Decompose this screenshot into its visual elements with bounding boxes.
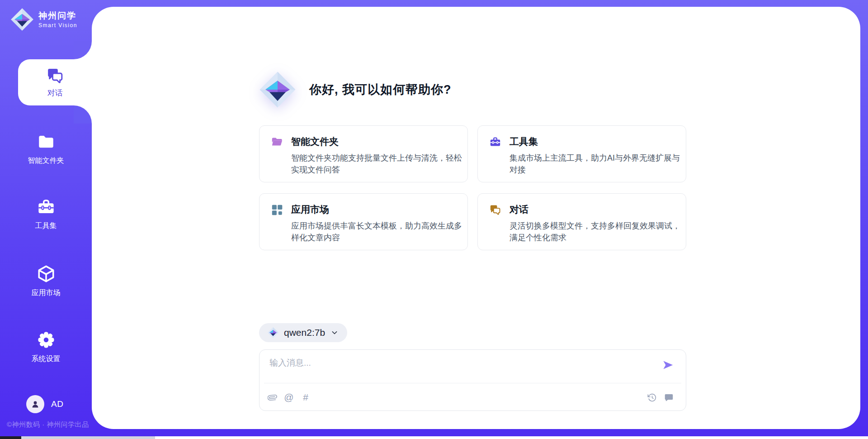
folder-open-icon	[271, 136, 283, 148]
user-block[interactable]: AD	[26, 395, 63, 413]
brand-subtitle: Smart Vision	[38, 22, 77, 29]
card-description: 应用市场提供丰富长文本模板，助力高效生成多样化文章内容	[291, 220, 464, 243]
active-tab-top-curve	[74, 41, 92, 59]
card-body: 对话 灵活切换多模型文件，支持多样回复效果调试，满足个性化需求	[509, 203, 682, 250]
brand-logo-block: 神州问学 Smart Vision	[10, 7, 77, 32]
greeting-logo-icon	[258, 70, 297, 109]
scrollbar-thumb-dark[interactable]	[0, 436, 21, 439]
sidebar-item-label: 应用市场	[32, 288, 61, 298]
cube-icon	[37, 264, 56, 283]
feature-cards: 智能文件夹 智能文件夹功能支持批量文件上传与清洗，轻松实现文件问答 工具集 集成…	[259, 125, 686, 250]
sidebar-item-chat[interactable]: 对话	[18, 59, 92, 105]
avatar[interactable]	[26, 395, 44, 413]
card-body: 智能文件夹 智能文件夹功能支持批量文件上传与清洗，轻松实现文件问答	[291, 135, 464, 182]
user-name: AD	[51, 399, 63, 409]
chevron-down-icon	[330, 328, 339, 337]
card-description: 灵活切换多模型文件，支持多样回复效果调试，满足个性化需求	[509, 220, 682, 243]
person-icon	[30, 399, 41, 410]
sidebar-item-settings[interactable]: 系统设置	[0, 330, 92, 364]
history-icon[interactable]	[646, 392, 657, 403]
toolbox-icon	[489, 136, 501, 148]
composer-divider	[264, 383, 681, 383]
mention-at-icon[interactable]: @	[283, 392, 294, 403]
composer-right-tools	[646, 392, 674, 403]
send-icon[interactable]	[662, 359, 674, 371]
scrollbar-thumb[interactable]	[21, 436, 155, 439]
card-title: 工具集	[509, 135, 682, 148]
card-title: 对话	[509, 203, 682, 216]
model-logo-icon	[267, 327, 279, 339]
card-title: 智能文件夹	[291, 135, 464, 148]
sidebar-item-smart-folder[interactable]: 智能文件夹	[0, 132, 92, 166]
hash-icon[interactable]: #	[300, 392, 311, 403]
copyright-footer: ©神州数码 · 神州问学出品	[7, 420, 89, 429]
sidebar-item-app-market[interactable]: 应用市场	[0, 264, 92, 298]
comment-icon[interactable]	[663, 392, 674, 403]
paperclip-icon[interactable]	[267, 392, 278, 403]
chat-bubbles-icon	[489, 204, 501, 216]
message-composer: @ #	[259, 349, 686, 411]
toolbox-icon	[37, 197, 56, 216]
card-description: 集成市场上主流工具，助力AI与外界无缝扩展与对接	[509, 152, 682, 176]
composer-toolbar: @ #	[267, 388, 674, 407]
horizontal-scrollbar[interactable]	[0, 436, 868, 439]
active-tab-bottom-curve	[74, 105, 92, 124]
model-name: qwen2:7b	[284, 327, 325, 338]
brand-text: 神州问学 Smart Vision	[38, 11, 77, 29]
sidebar-item-label: 系统设置	[32, 354, 61, 364]
message-input[interactable]	[269, 356, 639, 378]
sidebar-item-label: 对话	[47, 88, 63, 98]
card-app-market[interactable]: 应用市场 应用市场提供丰富长文本模板，助力高效生成多样化文章内容	[259, 193, 468, 250]
card-body: 应用市场 应用市场提供丰富长文本模板，助力高效生成多样化文章内容	[291, 203, 464, 250]
greeting-title: 你好, 我可以如何帮助你?	[309, 81, 452, 98]
folder-icon	[37, 132, 56, 151]
greeting-block: 你好, 我可以如何帮助你?	[258, 70, 452, 109]
sidebar-item-label: 智能文件夹	[28, 156, 64, 166]
card-smart-folder[interactable]: 智能文件夹 智能文件夹功能支持批量文件上传与清洗，轻松实现文件问答	[259, 125, 468, 182]
chat-icon	[46, 67, 64, 85]
grid-icon	[271, 204, 283, 216]
sidebar-item-toolset[interactable]: 工具集	[0, 197, 92, 231]
card-chat[interactable]: 对话 灵活切换多模型文件，支持多样回复效果调试，满足个性化需求	[477, 193, 686, 250]
composer-left-tools: @ #	[267, 392, 311, 403]
card-toolset[interactable]: 工具集 集成市场上主流工具，助力AI与外界无缝扩展与对接	[477, 125, 686, 182]
model-selector[interactable]: qwen2:7b	[259, 323, 347, 342]
sidebar-item-label: 工具集	[35, 221, 57, 231]
gear-icon	[37, 330, 56, 349]
brand-name: 神州问学	[38, 11, 77, 21]
card-description: 智能文件夹功能支持批量文件上传与清洗，轻松实现文件问答	[291, 152, 464, 176]
card-body: 工具集 集成市场上主流工具，助力AI与外界无缝扩展与对接	[509, 135, 682, 182]
card-title: 应用市场	[291, 203, 464, 216]
brand-diamond-icon	[10, 7, 34, 32]
